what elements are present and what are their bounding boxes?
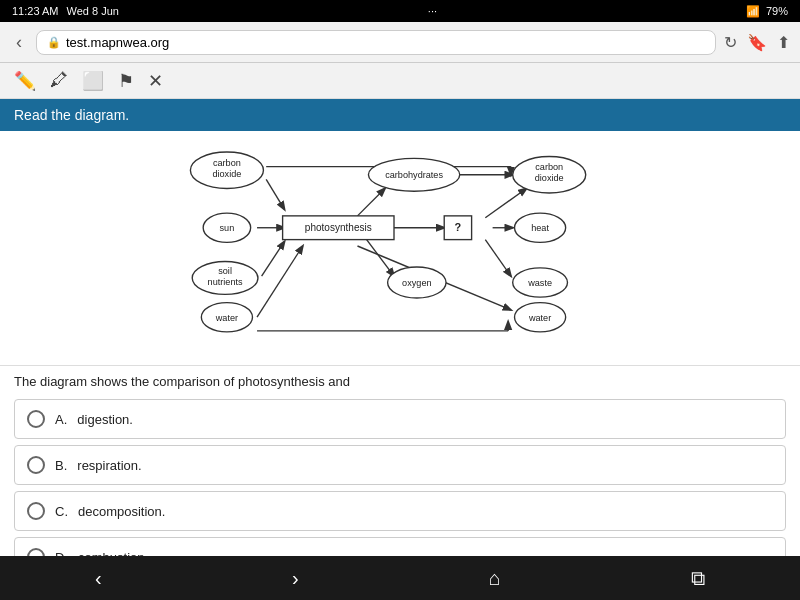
back-button[interactable]: ‹ [10, 30, 28, 55]
svg-text:water: water [528, 313, 551, 323]
svg-line-0 [266, 179, 284, 209]
url-text: test.mapnwea.org [66, 35, 169, 50]
svg-text:sun: sun [220, 223, 235, 233]
diagram-svg: carbon dioxide sun soil nutrients water … [14, 141, 774, 351]
option-b-label: B. [55, 458, 67, 473]
question-text: The diagram shows the comparison of phot… [0, 366, 800, 395]
svg-line-3 [257, 246, 303, 317]
battery-level: 79% [766, 5, 788, 17]
svg-text:carbon: carbon [535, 162, 563, 172]
reload-icon[interactable]: ↻ [724, 33, 737, 52]
option-c-label: C. [55, 504, 68, 519]
svg-text:soil: soil [218, 266, 232, 276]
svg-line-7 [485, 188, 526, 217]
svg-line-9 [485, 240, 511, 277]
option-a-text: digestion. [77, 412, 133, 427]
radio-b[interactable] [27, 456, 45, 474]
tabs-button[interactable]: ⧉ [671, 559, 725, 598]
svg-text:?: ? [455, 221, 462, 233]
bottom-nav: ‹ › ⌂ ⧉ [0, 556, 800, 600]
header-text: Read the diagram. [14, 107, 129, 123]
eraser-tool[interactable]: ⬜ [82, 70, 104, 92]
options-area: A. digestion. B. respiration. C. decompo… [0, 395, 800, 557]
svg-line-2 [262, 241, 285, 276]
svg-line-6 [367, 240, 394, 277]
option-d[interactable]: D. combustion. [14, 537, 786, 557]
bookmark-icon[interactable]: 🔖 [747, 33, 767, 52]
svg-text:photosynthesis: photosynthesis [305, 222, 372, 233]
share-icon[interactable]: ⬆ [777, 33, 790, 52]
lock-icon: 🔒 [47, 36, 61, 49]
back-nav-button[interactable]: ‹ [75, 559, 122, 598]
option-c-text: decomposition. [78, 504, 165, 519]
forward-nav-button[interactable]: › [272, 559, 319, 598]
option-c[interactable]: C. decomposition. [14, 491, 786, 531]
radio-c[interactable] [27, 502, 45, 520]
svg-text:carbohydrates: carbohydrates [385, 170, 443, 180]
address-bar[interactable]: 🔒 test.mapnwea.org [36, 30, 716, 55]
svg-text:heat: heat [531, 223, 549, 233]
date: Wed 8 Jun [66, 5, 118, 17]
radio-a[interactable] [27, 410, 45, 428]
option-a[interactable]: A. digestion. [14, 399, 786, 439]
option-b-text: respiration. [77, 458, 141, 473]
svg-text:waste: waste [527, 278, 552, 288]
status-bar: 11:23 AM Wed 8 Jun ··· 📶 79% [0, 0, 800, 22]
svg-line-5 [357, 188, 384, 215]
highlighter-tool[interactable]: 🖍 [50, 70, 68, 91]
svg-text:water: water [215, 313, 238, 323]
main-content: Read the diagram. [0, 99, 800, 557]
svg-text:carbon: carbon [213, 158, 241, 168]
home-button[interactable]: ⌂ [469, 559, 521, 598]
dots: ··· [428, 5, 437, 17]
time: 11:23 AM [12, 5, 58, 17]
diagram-area: carbon dioxide sun soil nutrients water … [0, 131, 800, 366]
svg-text:dioxide: dioxide [212, 169, 241, 179]
pencil-tool[interactable]: ✏️ [14, 70, 36, 92]
cross-tool[interactable]: ✕ [148, 70, 163, 92]
option-a-label: A. [55, 412, 67, 427]
option-b[interactable]: B. respiration. [14, 445, 786, 485]
toolbar: ✏️ 🖍 ⬜ ⚑ ✕ [0, 63, 800, 99]
flag-tool[interactable]: ⚑ [118, 70, 134, 92]
svg-text:nutrients: nutrients [208, 277, 243, 287]
svg-text:dioxide: dioxide [535, 173, 564, 183]
browser-chrome: ‹ 🔒 test.mapnwea.org ↻ 🔖 ⬆ [0, 22, 800, 63]
question-header: Read the diagram. [0, 99, 800, 131]
wifi-icon: 📶 [746, 5, 760, 18]
svg-text:oxygen: oxygen [402, 278, 431, 288]
